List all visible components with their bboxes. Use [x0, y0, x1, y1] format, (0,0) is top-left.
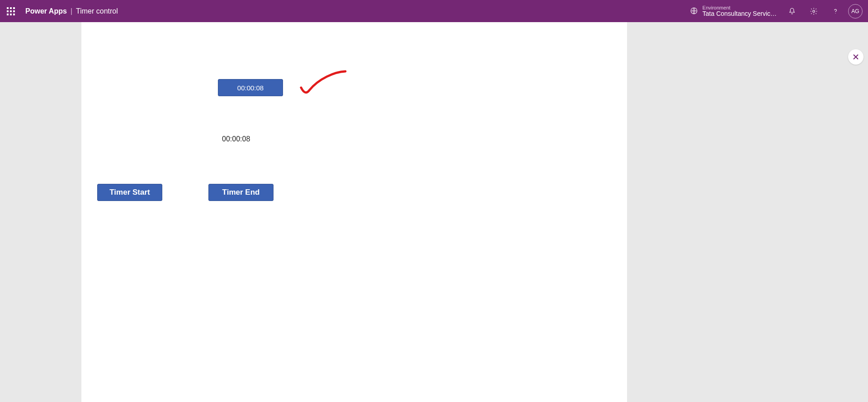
checkmark-annotation: [298, 70, 348, 97]
waffle-icon[interactable]: [0, 0, 22, 22]
notifications-icon[interactable]: [781, 0, 803, 22]
environment-picker[interactable]: Environment Tata Consultancy Servic…: [690, 5, 781, 17]
brand-name[interactable]: Power Apps: [25, 7, 67, 15]
timer-control[interactable]: 00:00:08: [218, 79, 283, 96]
brand-separator: |: [71, 7, 72, 15]
svg-point-1: [813, 10, 815, 12]
help-icon[interactable]: [825, 0, 846, 22]
close-icon: [853, 54, 859, 60]
timer-start-label: Timer Start: [109, 188, 150, 197]
svg-point-2: [835, 13, 835, 13]
globe-icon: [690, 7, 698, 15]
close-preview-button[interactable]: [848, 49, 863, 65]
avatar-initials: AG: [851, 8, 859, 14]
timer-label: 00:00:08: [222, 135, 250, 143]
user-avatar[interactable]: AG: [848, 4, 863, 19]
brand-title: Power Apps | Timer control: [22, 7, 118, 15]
timer-start-button[interactable]: Timer Start: [97, 184, 162, 201]
preview-stage: 00:00:08 00:00:08 Timer Start Timer End: [0, 22, 868, 402]
app-header: Power Apps | Timer control Environment T…: [0, 0, 868, 22]
timer-value: 00:00:08: [237, 84, 264, 92]
timer-end-label: Timer End: [222, 188, 260, 197]
app-canvas: 00:00:08 00:00:08 Timer Start Timer End: [81, 22, 627, 402]
settings-icon[interactable]: [803, 0, 825, 22]
environment-name: Tata Consultancy Servic…: [703, 10, 777, 17]
timer-end-button[interactable]: Timer End: [208, 184, 274, 201]
environment-label: Environment: [703, 5, 777, 10]
waffle-grid-icon: [7, 7, 15, 15]
page-title: Timer control: [76, 7, 118, 15]
